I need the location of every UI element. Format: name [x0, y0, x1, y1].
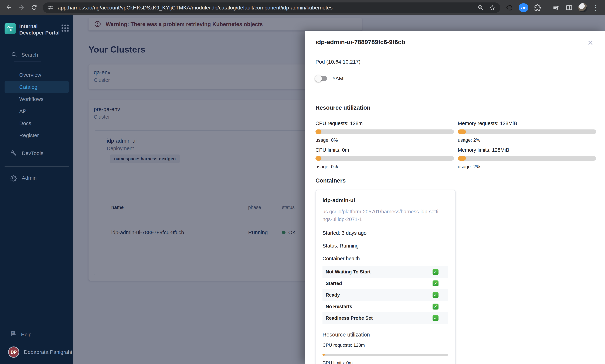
sidebar-nav: Overview Catalog Workflows API Docs Regi… [0, 69, 73, 141]
gear-icon [10, 174, 17, 182]
meter-fill [458, 130, 466, 134]
search-underline [14, 61, 41, 62]
side-panel-icon[interactable] [566, 4, 573, 11]
sidebar-item-docs[interactable]: Docs [0, 117, 73, 129]
sidebar-item-devtools[interactable]: DevTools [0, 147, 73, 159]
meter-bar [316, 130, 454, 134]
meter-bar [458, 130, 596, 134]
container-name: idp-admin-ui [322, 197, 448, 204]
health-label: Ready [326, 292, 340, 298]
meter-fill [316, 156, 321, 161]
pod-subtitle: Pod (10.64.10.217) [316, 59, 596, 65]
forward-button[interactable] [16, 3, 27, 13]
health-row: Ready [322, 289, 448, 301]
pod-details-drawer: × idp-admin-ui-7889789fc6-9f6cb Pod (10.… [305, 31, 605, 364]
health-row: Started [322, 278, 448, 289]
meter-usage: usage: 2% [458, 164, 596, 169]
container-health-table: Not Waiting To Start Started Ready No Re… [322, 266, 448, 324]
check-pass-icon [433, 292, 438, 298]
meter-bar [322, 354, 448, 356]
url-text[interactable]: app.harness.io/ng/account/vpCkHKsDSxK9_K… [58, 5, 472, 11]
meter-fill [322, 354, 325, 356]
bookmark-star-icon[interactable] [489, 5, 496, 11]
yaml-toggle[interactable] [316, 76, 327, 81]
container-utilization-heading: Resource utilization [322, 332, 448, 338]
health-label: Not Waiting To Start [326, 269, 370, 275]
sidebar-search[interactable]: Search [11, 51, 73, 58]
screen: app.harness.io/ng/account/vpCkHKsDSxK9_K… [0, 0, 605, 364]
check-pass-icon [433, 280, 438, 286]
nav-label: Workflows [19, 96, 43, 102]
meter-label: CPU requests: 128m [322, 342, 448, 348]
container-card: idp-admin-ui us.gcr.io/platform-205701/h… [316, 190, 456, 364]
meter-label: Memory requests: 128MiB [458, 120, 596, 126]
meter-label: Memory limits: 128MiB [458, 147, 596, 153]
container-meter-cpu-requests: CPU requests: 128m [322, 342, 448, 356]
browser-actions: zm ⋮ [503, 3, 601, 13]
check-pass-icon [433, 269, 438, 275]
reload-button[interactable] [29, 3, 39, 13]
sidebar: Internal Developer Portal Search Overvie… [0, 15, 73, 364]
drawer-title: idp-admin-ui-7889789fc6-9f6cb [316, 39, 596, 46]
meter-memory-requests: Memory requests: 128MiB usage: 2% [458, 120, 596, 145]
health-label: No Restarts [326, 304, 352, 309]
back-button[interactable] [4, 3, 14, 13]
sidebar-item-admin[interactable]: Admin [0, 172, 73, 184]
yaml-toggle-row: YAML [316, 75, 596, 82]
check-pass-icon [433, 304, 438, 310]
user-name: Debabrata Panigrahi [24, 349, 72, 355]
back-icon [5, 4, 13, 12]
meter-usage: usage: 2% [458, 138, 596, 143]
yaml-toggle-label: YAML [332, 76, 346, 81]
reload-icon [31, 4, 38, 12]
sidebar-item-register[interactable]: Register [0, 129, 73, 141]
browser-menu-icon[interactable]: ⋮ [592, 4, 599, 11]
resource-utilization-heading: Resource utilization [316, 104, 596, 111]
site-settings-icon[interactable] [48, 5, 54, 11]
container-health-heading: Container health [322, 256, 448, 261]
nav-label: Register [19, 132, 39, 138]
sidebar-footer: ? Help DP Debabrata Panigrahi [0, 329, 73, 364]
toggle-knob [315, 75, 322, 82]
container-meter-cpu-limits: CPU limits: 0m [322, 360, 448, 364]
nav-label: API [19, 108, 28, 114]
apps-grid-icon[interactable] [62, 25, 69, 32]
close-icon[interactable]: × [588, 38, 593, 47]
help-button[interactable]: ? Help [0, 329, 73, 340]
help-chat-icon: ? [10, 330, 17, 339]
meter-memory-limits: Memory limits: 128MiB usage: 2% [458, 147, 596, 171]
browser-profile-avatar[interactable] [578, 3, 588, 12]
meter-fill [458, 156, 466, 161]
sidebar-item-workflows[interactable]: Workflows [0, 93, 73, 105]
user-menu[interactable]: DP Debabrata Panigrahi [0, 347, 73, 358]
meter-label: CPU limits: 0m [322, 360, 448, 364]
sidebar-item-api[interactable]: API [0, 105, 73, 117]
sidebar-item-overview[interactable]: Overview [0, 69, 73, 81]
extensions-puzzle-icon[interactable] [534, 4, 541, 11]
toolbar-divider [547, 3, 547, 13]
zoom-out-page-icon[interactable] [478, 5, 484, 11]
devtools-label: DevTools [22, 150, 43, 156]
health-row: Readiness Probe Set [322, 312, 448, 324]
search-placeholder: Search [21, 52, 38, 58]
container-status: Status: Running [322, 243, 448, 249]
check-pass-icon [433, 315, 438, 321]
media-controls-icon[interactable] [552, 4, 560, 11]
nav-label: Overview [19, 72, 41, 78]
address-bar[interactable]: app.harness.io/ng/account/vpCkHKsDSxK9_K… [43, 2, 500, 13]
sidebar-item-catalog[interactable]: Catalog [5, 81, 69, 93]
wrench-icon [10, 149, 17, 157]
health-row: No Restarts [322, 301, 448, 312]
search-icon [11, 51, 17, 58]
meter-label: CPU limits: 0m [316, 147, 454, 153]
zoom-extension-icon[interactable]: zm [519, 3, 528, 12]
meter-fill [316, 130, 321, 134]
loading-extension-icon[interactable] [506, 4, 513, 11]
meter-usage: usage: 0% [316, 164, 454, 169]
meter-cpu-limits: CPU limits: 0m usage: 0% [316, 147, 454, 171]
admin-label: Admin [22, 175, 37, 181]
forward-icon [18, 4, 25, 12]
svg-text:?: ? [12, 331, 14, 335]
help-label: Help [21, 332, 32, 338]
sidebar-accent-divider [0, 41, 73, 41]
